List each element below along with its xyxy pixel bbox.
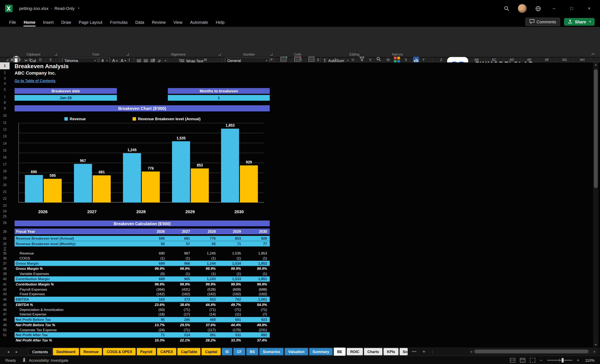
cell-value[interactable]: 44.4% bbox=[218, 322, 244, 328]
menu-insert[interactable]: Insert bbox=[39, 18, 57, 25]
cell-value[interactable]: (117) bbox=[193, 328, 218, 332]
year-header-2026[interactable]: 2026 bbox=[141, 228, 168, 234]
row-header-23[interactable]: 23 bbox=[0, 202, 9, 209]
horizontal-scrollbar[interactable]: ◂ ▸ bbox=[469, 349, 597, 354]
row-header-36[interactable]: 36 bbox=[0, 256, 9, 261]
sheet-tab-be[interactable]: BE bbox=[334, 347, 346, 355]
cell-value[interactable]: 373 bbox=[168, 296, 193, 302]
calc-row-net-profit-before-tax[interactable]: 48Net Profit Before Tax95285468681923 bbox=[0, 317, 270, 322]
cell-value[interactable]: 511 bbox=[218, 332, 244, 338]
row-header-17[interactable]: 17 bbox=[0, 161, 9, 168]
cell-value[interactable]: 99.9% bbox=[141, 266, 168, 272]
cell-value[interactable]: 1,852 bbox=[244, 261, 270, 266]
menu-formulas[interactable]: Formulas bbox=[106, 18, 131, 25]
cell-value[interactable]: (7) bbox=[244, 312, 270, 317]
row-header-34[interactable]: 34 bbox=[0, 249, 9, 251]
clipboard-dialog-launcher[interactable] bbox=[55, 53, 57, 55]
menu-file[interactable]: File bbox=[5, 18, 20, 25]
row-header-38[interactable]: 38 bbox=[0, 266, 9, 272]
calc-row-gross-margin[interactable]: 37Gross Margin6899661,2441,5341,852 bbox=[0, 261, 270, 266]
cell-value[interactable]: (1) bbox=[168, 272, 193, 276]
calc-row-net-profit-after-tax[interactable]: 51Net Profit After Tax71214351511692 bbox=[0, 332, 270, 338]
row-header-4[interactable]: 4 bbox=[0, 81, 9, 85]
sheet-tab-valuation[interactable]: Valuation bbox=[285, 348, 308, 355]
cell-value[interactable]: 351 bbox=[193, 332, 218, 338]
cell-value[interactable]: (71) bbox=[168, 307, 193, 312]
select-all-corner[interactable] bbox=[0, 57, 9, 62]
row-header-12[interactable]: 12 bbox=[0, 126, 9, 133]
scroll-left-icon[interactable]: ◂ bbox=[469, 350, 473, 353]
toc-link[interactable]: Go to Table of Contents bbox=[14, 79, 56, 83]
globe-icon[interactable] bbox=[535, 6, 541, 11]
cell-value[interactable]: (1) bbox=[244, 256, 270, 261]
cell-value[interactable]: 37.6% bbox=[193, 322, 218, 328]
calc-row-corporate-tax-expense[interactable]: 50Corporate Tax Expense(24)(71)(117)(170… bbox=[0, 328, 270, 332]
menu-automate[interactable]: Automate bbox=[186, 18, 212, 25]
row-header-25[interactable]: 25 bbox=[0, 214, 9, 218]
zoom-in-button[interactable]: + bbox=[577, 358, 579, 363]
cell-value[interactable]: 965 bbox=[168, 276, 193, 282]
cell-value[interactable]: 28.2% bbox=[193, 337, 218, 343]
sheet-tab-captable[interactable]: CapTable bbox=[178, 348, 201, 355]
cell-value[interactable]: 65 bbox=[193, 241, 218, 246]
months-to-breakeven-value[interactable]: 1 bbox=[168, 95, 270, 101]
cell-value[interactable]: (162) bbox=[244, 292, 270, 296]
cell-value[interactable]: 681 bbox=[168, 236, 193, 241]
cell-value[interactable]: (231) bbox=[244, 328, 270, 332]
row-header-7[interactable]: 7 bbox=[0, 94, 9, 100]
calc-row-net-profit-after-tax[interactable]: Net Profit After Tax %10.3%22.1%28.2%33.… bbox=[0, 337, 270, 343]
excel-logo-icon[interactable] bbox=[5, 4, 13, 13]
cell-value[interactable]: 689 bbox=[141, 261, 168, 266]
row-header-2[interactable]: 2 bbox=[0, 69, 9, 76]
menu-page-layout[interactable]: Page Layout bbox=[75, 18, 106, 25]
cell-value[interactable]: 10.3% bbox=[141, 337, 168, 343]
cell-value[interactable]: (364) bbox=[141, 287, 168, 292]
row-header-40[interactable]: 40 bbox=[0, 276, 9, 282]
cell-value[interactable]: (1) bbox=[193, 272, 218, 276]
row-header-39[interactable]: 39 bbox=[0, 272, 9, 276]
normal-view-button[interactable] bbox=[510, 358, 516, 363]
row-header-1[interactable]: 1 bbox=[0, 62, 9, 69]
cell-value[interactable]: 1,244 bbox=[193, 261, 218, 266]
sheet-tab-capital[interactable]: Capital bbox=[202, 348, 221, 355]
row-header-22[interactable]: 22 bbox=[0, 195, 9, 202]
cell-value[interactable]: (71) bbox=[168, 328, 193, 332]
cell-value[interactable]: (0) bbox=[141, 272, 168, 276]
document-title[interactable]: petting-zoo.xlsx - Read-Only ▾ bbox=[19, 6, 79, 11]
row-header-35[interactable]: 35 bbox=[0, 251, 9, 256]
cell-value[interactable]: 99.9% bbox=[168, 266, 193, 272]
sheet-nav-right-icon[interactable]: ▸ bbox=[14, 349, 20, 354]
calc-row-cogs[interactable]: 36COGS(1)(1)(1)(1)(1) bbox=[0, 256, 270, 261]
row-header-18[interactable]: 18 bbox=[0, 168, 9, 174]
alignment-dialog-launcher[interactable] bbox=[218, 53, 221, 55]
row-header-46[interactable]: 46 bbox=[0, 307, 9, 312]
number-dialog-launcher[interactable] bbox=[270, 53, 272, 55]
calc-row-contribution-margin[interactable]: 40Contribution Margin6899651,2431,5331,8… bbox=[0, 276, 270, 282]
cell-value[interactable]: 692 bbox=[244, 332, 270, 338]
row-header-13[interactable]: 13 bbox=[0, 133, 9, 140]
comments-button[interactable]: Comments bbox=[525, 18, 560, 26]
column-header-P[interactable]: P bbox=[270, 57, 274, 62]
cell-value[interactable]: (18) bbox=[141, 312, 168, 317]
sheet-tab-bs[interactable]: BS bbox=[246, 348, 258, 355]
cell-value[interactable]: 1,853 bbox=[244, 251, 270, 256]
cell-value[interactable]: 99.9% bbox=[218, 282, 244, 287]
year-header-2027[interactable]: 2027 bbox=[168, 228, 193, 234]
calc-row-interest-expense[interactable]: 47Interest Expense(18)(17)(14)(11)(7) bbox=[0, 312, 270, 317]
cell-value[interactable]: (162) bbox=[218, 292, 244, 296]
cell-value[interactable]: 49.7% bbox=[218, 302, 244, 307]
calc-row-net-profit-before-tax[interactable]: 49Net Profit Before Tax %13.7%29.5%37.6%… bbox=[0, 322, 270, 328]
cell-value[interactable]: 57 bbox=[168, 241, 193, 246]
cell-value[interactable]: 99.9% bbox=[168, 282, 193, 287]
maximize-button[interactable]: □ bbox=[567, 6, 576, 11]
menu-view[interactable]: View bbox=[169, 18, 186, 25]
menu-review[interactable]: Review bbox=[148, 18, 169, 25]
sheet-tab-dashboard[interactable]: Dashboard bbox=[53, 348, 79, 355]
row-header-16[interactable]: 16 bbox=[0, 154, 9, 161]
collapse-ribbon-icon[interactable] bbox=[591, 53, 595, 56]
status-ready[interactable]: Ready bbox=[5, 358, 16, 362]
cell-value[interactable]: 853 bbox=[218, 236, 244, 241]
row-header-44[interactable]: 44 bbox=[0, 296, 9, 302]
zoom-out-button[interactable]: − bbox=[540, 358, 542, 363]
zoom-slider-thumb[interactable] bbox=[562, 358, 563, 363]
